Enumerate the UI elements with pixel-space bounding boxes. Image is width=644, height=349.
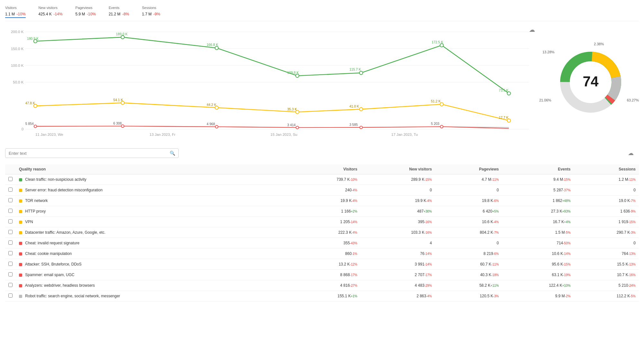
svg-point-48: [34, 125, 37, 127]
row-pageviews: 40.3 K-18%: [435, 270, 502, 280]
row-color-dot: [19, 210, 22, 213]
stat-events-value: 21.2 M -8%: [109, 10, 129, 17]
row-checkbox-cell[interactable]: [5, 280, 16, 291]
row-color-dot: [19, 252, 22, 256]
svg-point-19: [440, 44, 443, 47]
row-checkbox-cell[interactable]: [5, 196, 16, 206]
row-events: 27.3 K+93%: [502, 206, 574, 217]
row-events: 1.5 M-5%: [502, 227, 574, 238]
svg-text:44.2 K: 44.2 K: [207, 103, 216, 107]
stat-events-change: -8%: [122, 12, 129, 16]
row-checkbox-cell[interactable]: [5, 238, 16, 249]
table-row: Robot traffic: search engine, social net…: [5, 291, 639, 301]
table-row: Datacenter traffic: Amazon, Azure, Googl…: [5, 227, 639, 238]
svg-text:73.5 K: 73.5 K: [499, 89, 508, 92]
row-checkbox[interactable]: [8, 240, 13, 245]
col-sessions: Sessions: [574, 164, 639, 174]
svg-text:6 308: 6 308: [113, 122, 121, 125]
row-color-dot: [19, 284, 22, 287]
donut-label-yellow: 21.06%: [539, 98, 551, 102]
row-pageviews: 8 219-6%: [435, 249, 502, 259]
row-pageviews: 10.6 K-4%: [435, 217, 502, 227]
row-checkbox[interactable]: [8, 177, 13, 181]
row-color-dot: [19, 231, 22, 234]
row-sessions: 0: [574, 238, 639, 249]
row-visitors: 240-4%: [291, 185, 361, 196]
row-events: 63.1 K-19%: [502, 270, 574, 280]
row-checkbox-cell[interactable]: [5, 217, 16, 227]
row-checkbox-cell[interactable]: [5, 185, 16, 196]
row-visitors: 860-1%: [291, 249, 361, 259]
row-checkbox-cell[interactable]: [5, 291, 16, 301]
svg-text:74: 74: [583, 74, 599, 89]
row-color-dot: [19, 221, 22, 224]
stat-pageviews-label: Pageviews: [76, 6, 96, 10]
stat-new-visitors: New visitors 425.4 K -14%: [39, 6, 63, 17]
row-color-dot: [19, 178, 22, 181]
search-input[interactable]: [9, 151, 170, 156]
row-checkbox-cell[interactable]: [5, 227, 16, 238]
row-visitors: 19.9 K-4%: [291, 196, 361, 206]
main-container: Visitors 1.1 M -10% New visitors 425.4 K…: [0, 0, 644, 349]
row-reason: Cheat: cookie manipulation: [16, 249, 291, 259]
row-checkbox[interactable]: [8, 198, 13, 202]
row-checkbox-cell[interactable]: [5, 249, 16, 259]
row-checkbox[interactable]: [8, 272, 13, 276]
svg-text:5 854: 5 854: [25, 122, 34, 126]
row-events: 95.6 K-15%: [502, 259, 574, 270]
svg-text:189.0 K: 189.0 K: [116, 32, 128, 36]
svg-text:51.2 K: 51.2 K: [431, 100, 441, 103]
donut-label-gray: 13.28%: [542, 50, 554, 54]
table-header-row: Quality reason Visitors New visitors Pag…: [5, 164, 639, 174]
stat-visitors-label: Visitors: [5, 6, 26, 10]
row-reason: Datacenter traffic: Amazon, Azure, Googl…: [16, 227, 291, 238]
row-pageviews: 60.7 K-11%: [435, 259, 502, 270]
row-pageviews: 6 420+5%: [435, 206, 502, 217]
stat-new-visitors-value: 425.4 K -14%: [39, 10, 63, 17]
row-checkbox[interactable]: [8, 283, 13, 287]
stat-new-visitors-change: -14%: [54, 12, 63, 16]
svg-point-33: [440, 103, 443, 106]
row-reason: Analyzers: webdriver, headless browsers: [16, 280, 291, 291]
row-pageviews: 0: [435, 238, 502, 249]
row-checkbox[interactable]: [8, 188, 13, 192]
svg-text:172.5 K: 172.5 K: [432, 40, 443, 44]
table-row: Cheat: invalid request signature 355-43%…: [5, 238, 639, 249]
row-checkbox[interactable]: [8, 262, 13, 266]
row-checkbox[interactable]: [8, 209, 13, 213]
row-pageviews: 0: [435, 185, 502, 196]
svg-text:150.0 K: 150.0 K: [11, 47, 24, 51]
row-checkbox-cell[interactable]: [5, 174, 16, 185]
cloud-upload-icon[interactable]: ☁: [628, 150, 634, 157]
row-sessions: 290.7 K-3%: [574, 227, 639, 238]
table-row: TOR network 19.9 K-4% 19.9 K-4% 19.8 K-6…: [5, 196, 639, 206]
row-checkbox[interactable]: [8, 251, 13, 255]
row-checkbox-cell[interactable]: [5, 270, 16, 280]
table-row: HTTP proxy 1 166+2% 487+30% 6 420+5% 27.…: [5, 206, 639, 217]
row-events: 1 862+48%: [502, 196, 574, 206]
svg-point-17: [296, 74, 299, 77]
svg-text:☁: ☁: [529, 26, 535, 33]
row-reason: HTTP proxy: [16, 206, 291, 217]
row-checkbox[interactable]: [8, 293, 13, 298]
svg-text:41.0 K: 41.0 K: [349, 105, 359, 108]
row-events: 9.9 M-2%: [502, 291, 574, 301]
row-events: 714-50%: [502, 238, 574, 249]
svg-point-50: [215, 126, 218, 128]
svg-point-32: [359, 108, 362, 111]
row-new-visitors: 289.9 K-15%: [361, 174, 435, 185]
svg-point-15: [121, 36, 124, 39]
stat-visitors-change: -10%: [17, 12, 26, 16]
search-bar[interactable]: 🔍: [5, 148, 179, 158]
table-row: Spammer: email spam, UGC 8 868-17% 2 707…: [5, 270, 639, 280]
row-new-visitors: 3 991-14%: [361, 259, 435, 270]
row-checkbox-cell[interactable]: [5, 259, 16, 270]
row-new-visitors: 4: [361, 238, 435, 249]
row-visitors: 355-43%: [291, 238, 361, 249]
row-events: 16.7 K+4%: [502, 217, 574, 227]
row-checkbox-cell[interactable]: [5, 206, 16, 217]
stat-pageviews-change: -10%: [87, 12, 96, 16]
row-pageviews: 120.5 K-3%: [435, 291, 502, 301]
row-checkbox[interactable]: [8, 219, 13, 223]
row-checkbox[interactable]: [8, 230, 13, 234]
